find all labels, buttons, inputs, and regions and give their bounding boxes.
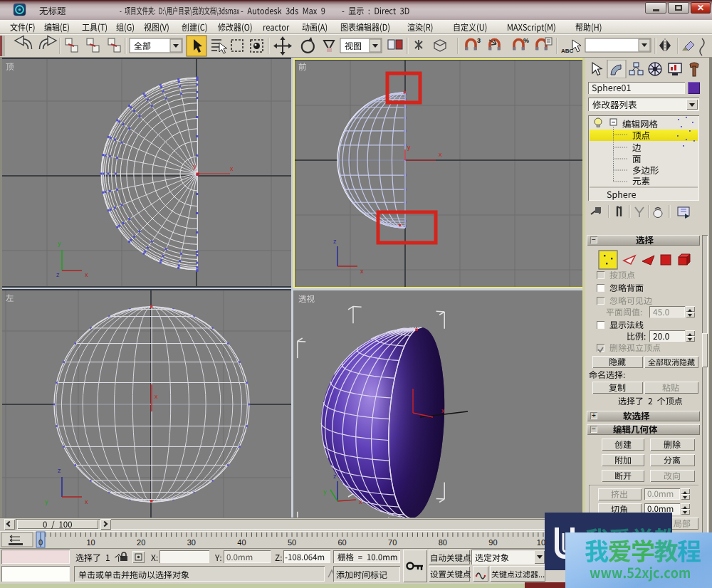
svg-text:x: x <box>359 498 362 505</box>
svg-text:x: x <box>230 165 234 172</box>
svg-text:0: 0 <box>38 538 43 547</box>
svg-text:70: 70 <box>388 538 397 547</box>
svg-text:z: z <box>58 467 61 474</box>
svg-text:x: x <box>85 498 88 505</box>
svg-text:20: 20 <box>137 538 145 547</box>
svg-text:%: % <box>523 37 529 44</box>
svg-text:y: y <box>193 163 197 170</box>
svg-text:3: 3 <box>477 37 481 44</box>
svg-text:30: 30 <box>187 538 196 547</box>
svg-text:50: 50 <box>288 538 296 547</box>
svg-text:x: x <box>441 407 445 414</box>
svg-text:40: 40 <box>237 538 246 547</box>
svg-text:y: y <box>45 498 48 505</box>
svg-text:x: x <box>155 393 158 400</box>
svg-text:ABC: ABC <box>561 48 574 54</box>
svg-text:y: y <box>58 240 61 247</box>
svg-text:80: 80 <box>439 538 447 547</box>
svg-text:x: x <box>85 271 88 278</box>
svg-text:z: z <box>56 271 60 278</box>
svg-text:60: 60 <box>337 538 346 547</box>
svg-text:z: z <box>333 473 337 480</box>
svg-text:10: 10 <box>86 538 95 547</box>
svg-text:90: 90 <box>488 538 497 547</box>
svg-text:y: y <box>323 488 327 495</box>
